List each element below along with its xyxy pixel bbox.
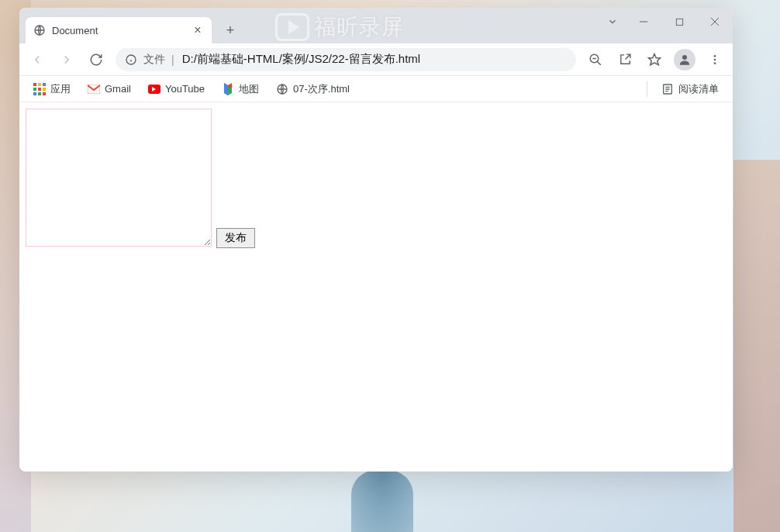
bookmark-apps[interactable]: 应用 [27,79,77,99]
bookmark-star-button[interactable] [641,47,668,73]
bookmark-youtube[interactable]: YouTube [142,80,211,98]
svg-point-14 [714,58,716,60]
bookmark-label: 地图 [239,82,259,96]
youtube-icon [148,83,160,95]
tab-close-button[interactable]: × [192,24,204,36]
bookmark-gmail[interactable]: Gmail [81,80,137,98]
forward-button[interactable] [53,47,80,73]
share-button[interactable] [612,47,638,73]
bookmark-custom[interactable]: 07-次序.html [270,79,356,99]
svg-point-15 [714,62,716,64]
publish-button[interactable]: 发布 [216,228,255,248]
reading-list-icon [661,83,674,95]
minimize-button[interactable] [626,9,661,34]
browser-tab[interactable]: Document × [26,17,212,43]
profile-avatar[interactable] [674,49,695,71]
bookmark-label: 应用 [50,82,71,96]
gmail-icon [88,83,100,95]
site-info-icon[interactable]: 文件 | [125,53,174,67]
toolbar: 文件 | D:/前端基础-HTML/案例/JS2/22-留言发布.html [19,43,733,76]
message-textarea[interactable] [26,109,212,247]
chrome-window: Document × + [19,8,733,472]
svg-point-13 [714,55,716,57]
page-content: 发布 [19,102,733,472]
maps-icon [222,83,234,95]
menu-button[interactable] [702,47,728,73]
tab-search-button[interactable] [599,9,626,34]
tab-strip: Document × + [19,8,733,43]
globe-icon [276,83,288,95]
reading-list-button[interactable]: 阅读清单 [655,79,725,99]
new-tab-button[interactable]: + [219,19,241,41]
back-button[interactable] [24,47,50,73]
address-bar[interactable]: 文件 | D:/前端基础-HTML/案例/JS2/22-留言发布.html [116,48,576,71]
bookmark-label: 07-次序.html [293,82,350,96]
bookmarks-bar: 应用 Gmail YouTube 地图 07-次序.html [19,76,733,102]
tab-title: Document [52,25,185,36]
file-scheme-label: 文件 [143,53,165,67]
close-window-button[interactable] [697,9,733,34]
maximize-button[interactable] [661,9,697,34]
svg-point-17 [229,84,233,88]
bookmark-label: Gmail [105,83,131,95]
svg-marker-11 [649,54,661,64]
svg-point-12 [682,55,687,60]
bookmark-label: YouTube [165,83,205,95]
svg-rect-2 [676,19,682,25]
window-controls [599,8,733,36]
bookmark-maps[interactable]: 地图 [216,79,265,99]
svg-line-9 [597,61,601,65]
zoom-button[interactable] [582,47,609,73]
divider [647,81,647,97]
bookmark-label: 阅读清单 [678,82,719,96]
apps-grid-icon [33,83,46,95]
url-text: D:/前端基础-HTML/案例/JS2/22-留言发布.html [182,52,421,67]
reload-button[interactable] [83,47,109,73]
globe-icon [33,24,46,36]
